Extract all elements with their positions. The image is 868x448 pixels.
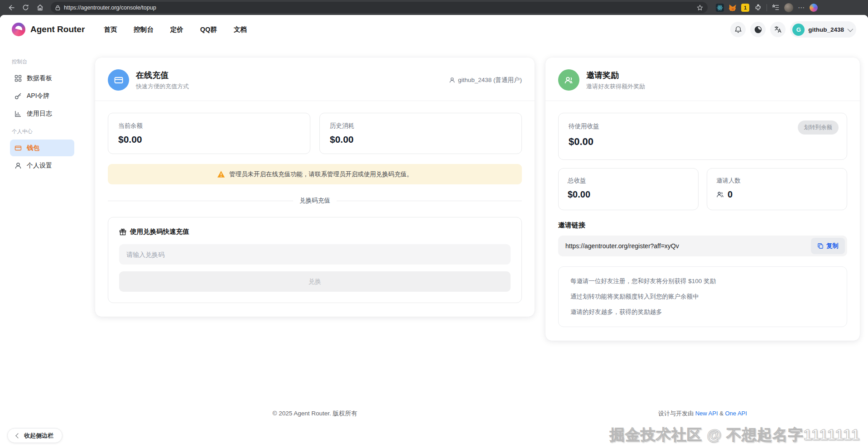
credit-card-icon [108, 69, 129, 91]
sidebar-item-api-tokens[interactable]: API令牌 [10, 87, 74, 104]
bell-icon [734, 26, 742, 34]
address-bar[interactable]: https://agentrouter.org/console/topup [51, 2, 708, 13]
invite-title: 邀请奖励 [586, 70, 645, 81]
current-balance-value: $0.00 [118, 134, 300, 145]
history-consumption-value: $0.00 [330, 134, 511, 145]
current-balance-box: 当前余额 $0.00 [108, 113, 310, 154]
key-icon [14, 92, 22, 100]
redeem-divider: 兑换码充值 [108, 197, 522, 205]
user-avatar: G [792, 24, 805, 36]
new-api-link[interactable]: New API [695, 410, 718, 417]
sidebar-item-label: 个人设置 [27, 162, 52, 170]
credits-text: 设计与开发由 New API & One API [545, 409, 860, 418]
main-nav: 首页 控制台 定价 QQ群 文档 [104, 25, 247, 34]
toolbar-divider [767, 4, 767, 11]
current-balance-label: 当前余额 [118, 122, 300, 130]
gift-icon [119, 228, 126, 236]
invite-link-url[interactable]: https://agentrouter.org/register?aff=xyQ… [565, 242, 811, 250]
total-earnings-label: 总收益 [568, 177, 689, 185]
invite-tip: 通过划转功能将奖励额度转入到您的账户余额中 [570, 293, 835, 301]
one-api-link[interactable]: One API [725, 410, 747, 417]
site-header: Agent Router 首页 控制台 定价 QQ群 文档 G github_2… [0, 15, 868, 44]
bookmark-star-icon[interactable] [697, 5, 703, 11]
invite-tips-box: 每邀请一位好友注册，您和好友将分别获得 $100 奖励 通过划转功能将奖励额度转… [558, 266, 847, 327]
home-icon[interactable] [34, 2, 46, 14]
lock-icon [55, 5, 60, 10]
pending-earnings-label: 待使用收益 [569, 122, 837, 130]
warning-icon [217, 170, 225, 178]
sidebar-item-dashboard[interactable]: 数据看板 [10, 70, 74, 87]
warning-text: 管理员未开启在线充值功能，请联系管理员开启或使用兑换码充值。 [229, 170, 413, 178]
metamask-extension-icon[interactable] [728, 4, 737, 12]
user-icon [14, 162, 22, 169]
invite-count-label: 邀请人数 [716, 177, 838, 185]
user-name: github_2438 [808, 26, 844, 33]
brand-name[interactable]: Agent Router [30, 24, 85, 34]
theme-toggle-button[interactable] [750, 22, 766, 37]
react-extension-icon[interactable] [716, 4, 724, 12]
nav-console[interactable]: 控制台 [134, 25, 154, 34]
redeem-title: 使用兑换码快速充值 [130, 227, 189, 236]
chevron-left-icon [15, 433, 20, 438]
browser-profile-avatar[interactable] [784, 3, 793, 12]
page-footer: © 2025 Agent Router. 版权所有 设计与开发由 New API… [95, 409, 860, 418]
topup-card: 在线充值 快速方便的充值方式 github_2438 (普通用户) 当前余额 [95, 58, 535, 317]
invite-link-heading: 邀请链接 [558, 221, 847, 230]
sidebar-item-settings[interactable]: 个人设置 [10, 157, 74, 174]
sidebar-item-wallet[interactable]: 钱包 [10, 140, 74, 156]
total-earnings-box: 总收益 $0.00 [558, 168, 699, 210]
user-menu[interactable]: G github_2438 [790, 21, 856, 38]
redeem-section: 使用兑换码快速充值 兑换 [108, 217, 522, 303]
notifications-button[interactable] [730, 22, 746, 37]
topup-title: 在线充值 [136, 70, 189, 81]
invite-count-box: 邀请人数 0 [707, 168, 847, 210]
sidebar-section-console: 控制台 [12, 58, 74, 65]
invite-card: 邀请奖励 邀请好友获得额外奖励 待使用收益 划转到余额 $0.00 总收益 [545, 58, 860, 341]
topup-subtitle: 快速方便的充值方式 [136, 82, 189, 91]
wallet-icon [14, 145, 22, 152]
password-extension-icon[interactable]: 1 [741, 4, 749, 12]
person-icon [449, 77, 455, 83]
copyright-text: © 2025 Agent Router. 版权所有 [95, 409, 535, 418]
url-text[interactable]: https://agentrouter.org/console/topup [64, 5, 693, 11]
copy-icon [817, 243, 824, 249]
admin-warning-banner: 管理员未开启在线充值功能，请联系管理员开启或使用兑换码充值。 [108, 164, 522, 184]
copy-link-button[interactable]: 复制 [811, 238, 845, 254]
redeem-button[interactable]: 兑换 [119, 271, 511, 292]
back-icon[interactable] [5, 2, 17, 14]
collections-icon[interactable] [772, 4, 780, 12]
chevron-down-icon [848, 26, 854, 32]
brand-logo-icon[interactable] [12, 23, 25, 36]
sidebar-item-label: 钱包 [27, 144, 39, 152]
sidebar-section-personal: 个人中心 [12, 128, 74, 135]
invite-subtitle: 邀请好友获得额外奖励 [586, 82, 645, 91]
invite-tip: 邀请的好友越多，获得的奖励越多 [570, 308, 835, 316]
moon-icon [754, 26, 762, 34]
invite-tip: 每邀请一位好友注册，您和好友将分别获得 $100 奖励 [570, 277, 835, 285]
sidebar-item-label: API令牌 [27, 92, 50, 100]
transfer-to-balance-button[interactable]: 划转到余额 [798, 120, 839, 135]
users-icon [558, 69, 579, 91]
language-button[interactable] [770, 22, 786, 37]
user-type-badge: github_2438 (普通用户) [449, 76, 522, 84]
sidebar: 控制台 数据看板 API令牌 使用日志 个人中心 [0, 44, 81, 448]
puzzle-extension-icon[interactable] [754, 4, 762, 12]
total-earnings-value: $0.00 [568, 189, 689, 200]
history-consumption-label: 历史消耗 [330, 122, 511, 130]
nav-docs[interactable]: 文档 [234, 25, 247, 34]
people-icon [716, 191, 724, 198]
nav-qq-group[interactable]: QQ群 [200, 25, 217, 34]
sidebar-item-usage-logs[interactable]: 使用日志 [10, 105, 74, 122]
history-consumption-box: 历史消耗 $0.00 [319, 113, 522, 154]
sidebar-item-label: 使用日志 [27, 110, 52, 118]
browser-menu-icon[interactable]: ⋯ [798, 4, 805, 12]
collapse-sidebar-button[interactable]: 收起侧边栏 [7, 428, 63, 443]
invite-count-value: 0 [728, 189, 733, 200]
pending-earnings-value: $0.00 [569, 136, 837, 148]
copilot-icon[interactable] [810, 4, 818, 12]
pending-earnings-box: 待使用收益 划转到余额 $0.00 [558, 113, 847, 160]
nav-home[interactable]: 首页 [104, 25, 117, 34]
nav-pricing[interactable]: 定价 [170, 25, 183, 34]
refresh-icon[interactable] [19, 2, 32, 14]
redeem-code-input[interactable] [119, 244, 511, 265]
